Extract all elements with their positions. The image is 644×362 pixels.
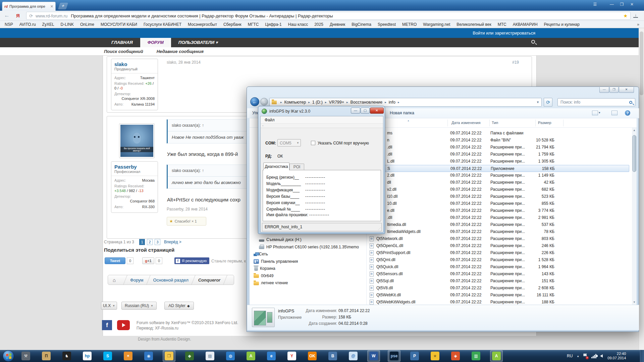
footer-translation[interactable]: Перевод: XF-Russia.ru (137, 326, 178, 330)
bookmark-item[interactable]: Wargaming.net (423, 22, 450, 27)
bookmark-item[interactable]: Госуслуги КАБИНЕТ (144, 22, 181, 27)
change-view-button[interactable] (592, 111, 598, 115)
tab-diagnostics[interactable]: Диагностика (263, 163, 289, 170)
close-button[interactable]: ✕ (370, 108, 384, 114)
language-indicator[interactable]: RU (567, 354, 573, 358)
bookmark-item[interactable]: BigCinema (352, 22, 371, 27)
subnav-item[interactable]: Поиск сообщений (104, 49, 143, 54)
file-row[interactable]: Qt5WebKit.dll09.07.2014 22:22Расширение … (368, 292, 629, 299)
file-row[interactable]: l10.dll09.07.2014 22:22Расширение при...… (368, 193, 629, 200)
close-button[interactable]: ✕ (628, 2, 636, 7)
new-folder-button[interactable]: Новая папка (390, 111, 414, 115)
bookmark-item[interactable]: МОСУСЛУГИ КАБИ (101, 22, 137, 27)
reload-icon[interactable]: ⟳ (29, 13, 33, 18)
explorer-scrollbar[interactable]: ▲ ▼ (632, 128, 637, 305)
file-row[interactable]: ltimediaWidgets.dll09.07.2014 22:22Расши… (368, 228, 629, 235)
file-row[interactable]: .dll09.07.2014 22:22Расширение при...21 … (368, 144, 629, 151)
restore-button[interactable]: ❐ (609, 87, 619, 93)
column-type[interactable]: Тип (492, 121, 498, 125)
chevron-down-icon[interactable]: ▼ (536, 101, 539, 104)
page-button-1[interactable]: 1 (139, 239, 145, 245)
file-row[interactable]: L.dll09.07.2014 22:22Расширение при...1 … (368, 158, 629, 165)
taskbar-app-hp[interactable]: hp (81, 350, 94, 362)
address-bar[interactable]: ⟳ www.rd-forum.ru Программа для определе… (26, 12, 631, 20)
browser-menu-icon[interactable]: ☰ (591, 2, 599, 7)
browser-tab[interactable]: rd Программа для опре ✕ (2, 2, 56, 11)
new-tab-button[interactable]: + (58, 3, 68, 9)
file-row[interactable]: 2.dll09.07.2014 22:22Расширение при...1 … (368, 172, 629, 179)
clock[interactable]: 22:40 09.07.2014 (607, 352, 626, 360)
tray-expand-icon[interactable]: ▲ (577, 355, 579, 358)
file-row[interactable]: S09.07.2014 22:22Приложение158 КБ (368, 165, 629, 172)
bookmark-item[interactable]: Сбербанк (223, 22, 241, 27)
taskbar-internet-explorer[interactable]: e (265, 350, 278, 362)
back-button[interactable]: ← (4, 12, 10, 19)
taskbar-app-globe[interactable]: ◍ (224, 350, 237, 362)
bookmark-item[interactable]: АКВАМАРИН (513, 22, 538, 27)
bookmark-item[interactable]: Speedtest (378, 22, 396, 27)
bookmarks-overflow-icon[interactable]: » (637, 22, 639, 27)
file-row[interactable]: Qt5Network.dll09.07.2014 22:22Расширение… (368, 235, 629, 242)
bookmark-item[interactable]: МГТС (248, 22, 259, 27)
bookmark-item[interactable]: ZyXEL (42, 22, 54, 27)
file-row[interactable]: ms09.07.2014 22:22Папка с файлами (368, 130, 629, 137)
file-row[interactable]: ltimedia.dll09.07.2014 22:22Расширение п… (368, 221, 629, 228)
refresh-button[interactable]: ⟳ (544, 98, 552, 107)
maximize-button[interactable]: ▢ (361, 108, 370, 114)
nav-item-главная[interactable]: ГЛАВНАЯ (104, 38, 140, 47)
page-button-3[interactable]: 3 (155, 239, 160, 245)
action-center-icon[interactable] (583, 354, 588, 359)
bookmark-item[interactable]: 2025 (314, 22, 323, 27)
column-size[interactable]: Размер (538, 121, 551, 125)
help-button[interactable]: ? (625, 110, 630, 116)
bookmark-star-icon[interactable]: ★ (623, 13, 628, 18)
scroll-up-icon[interactable]: ▲ (632, 128, 637, 133)
taskbar-odnoklassniki[interactable]: OK (306, 350, 319, 362)
page-button-2[interactable]: 2 (147, 239, 153, 245)
taskbar-windows-explorer[interactable]: ❐ (163, 350, 175, 362)
resize-grip[interactable]: ⋰ (378, 227, 381, 230)
tree-item[interactable]: Съемный диск (H:) (259, 236, 302, 243)
username-link[interactable]: slako (114, 61, 155, 67)
breadcrumb-item[interactable]: Форум (130, 278, 144, 283)
bookmark-item[interactable]: Великолепный век (457, 22, 491, 27)
tab-poi[interactable]: POI (289, 164, 304, 170)
tree-item[interactable]: летнее чтение (254, 280, 288, 286)
address-segment[interactable]: info (389, 100, 395, 105)
file-row[interactable]: Qt5Sensors.dll09.07.2014 22:22Расширение… (368, 270, 629, 278)
address-segment[interactable]: Восстановление (351, 100, 383, 105)
bookmark-item[interactable]: OnLime (80, 22, 94, 27)
taskbar-yandex-browser[interactable]: Y (285, 350, 298, 362)
style-chooser-button[interactable]: UI.X▼ (101, 302, 117, 310)
subnav-item[interactable]: Недавние сообщения (157, 49, 204, 54)
bookmark-item[interactable]: Наш класс (288, 22, 308, 27)
start-button[interactable] (3, 350, 14, 362)
taskbar-app-android-1[interactable]: A (245, 350, 257, 362)
file-row[interactable]: Qt5Sql.dll09.07.2014 22:22Расширение при… (368, 278, 629, 285)
taskbar-app-person[interactable]: P (408, 350, 421, 362)
scroll-down-icon[interactable]: ▼ (632, 300, 637, 305)
address-segment[interactable]: VR799+ (329, 100, 344, 105)
bookmark-item[interactable]: МТС (498, 22, 506, 27)
search-box[interactable]: Поиск: info (557, 98, 635, 106)
download-icon[interactable]: ↓ (633, 13, 638, 18)
taskbar-app-mail[interactable]: @ (347, 350, 360, 362)
close-button[interactable]: ✕ (619, 87, 634, 93)
tree-item[interactable]: Панель управления (254, 258, 298, 265)
bookmark-item[interactable]: METRO (402, 22, 417, 27)
address-breadcrumb[interactable]: ▸Компьютер▸1 (D:)▸VR799+▸Восстановление▸… (269, 98, 542, 107)
file-row[interactable]: .dll09.07.2014 22:22Расширение при...1 7… (368, 151, 629, 158)
bookmark-item[interactable]: D-LINK (61, 22, 74, 27)
com-port-select[interactable]: COM5 ▼ (277, 139, 301, 146)
tree-item[interactable]: HP Photosmart C6100 series (\\192.168.1.… (259, 244, 359, 250)
manual-com-checkbox[interactable] (311, 141, 315, 145)
nav-item-форум[interactable]: ФОРУМ (140, 38, 171, 47)
network-icon[interactable] (591, 354, 596, 358)
file-row[interactable]: .dll09.07.2014 22:22Расширение при...2 9… (368, 214, 629, 221)
taskbar-app-dark[interactable]: ♞ (60, 350, 73, 362)
gplus-button[interactable]: g+1 (142, 257, 154, 264)
bookmark-item[interactable]: Мосэнергосбыт (188, 22, 217, 27)
address-segment[interactable]: 1 (D:) (312, 100, 323, 105)
taskbar-vk[interactable]: В (326, 350, 339, 362)
search-icon[interactable] (531, 40, 535, 44)
